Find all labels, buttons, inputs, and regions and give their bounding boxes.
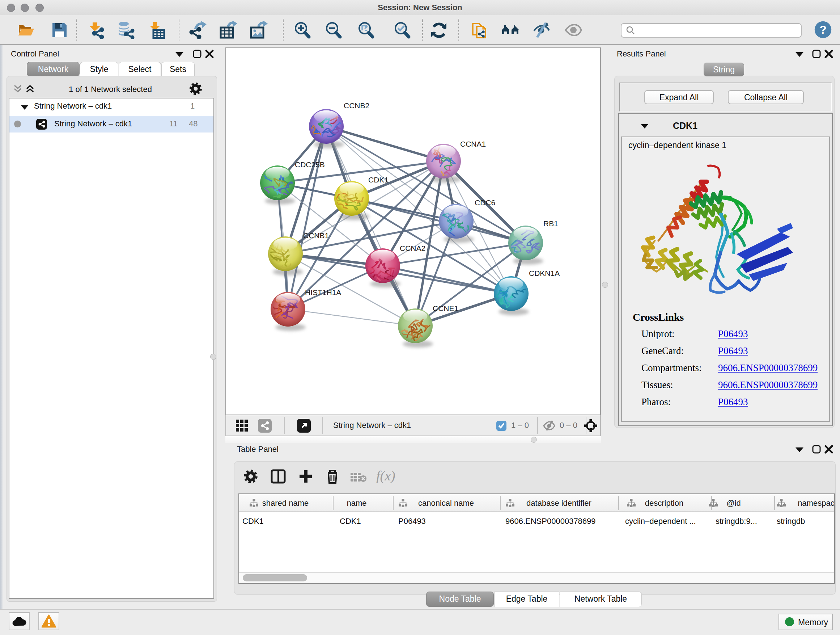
svg-text:?: ? — [819, 23, 827, 36]
svg-text:CCNA2: CCNA2 — [400, 244, 425, 252]
svg-text:CCNE1: CCNE1 — [433, 304, 458, 312]
svg-text:HIST1H1A: HIST1H1A — [305, 288, 341, 296]
svg-text:CDC25B: CDC25B — [295, 160, 325, 169]
svg-text:CCNB1: CCNB1 — [303, 231, 329, 240]
svg-text:CCNB2: CCNB2 — [344, 101, 369, 110]
svg-text:CDC6: CDC6 — [475, 198, 495, 207]
svg-text:RB1: RB1 — [543, 219, 558, 228]
svg-text:CDK1: CDK1 — [368, 176, 388, 184]
svg-text:CDKN1A: CDKN1A — [529, 269, 560, 277]
svg-text:CCNA1: CCNA1 — [460, 140, 486, 148]
